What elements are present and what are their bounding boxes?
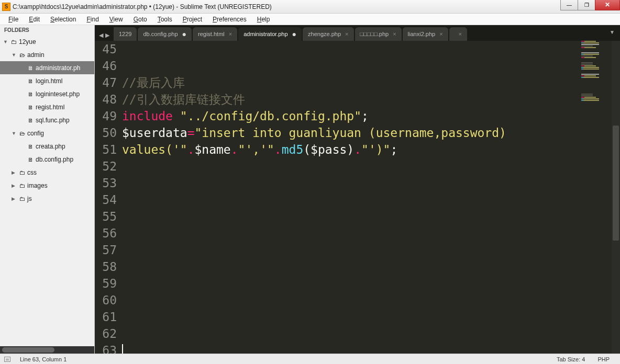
menu-find[interactable]: Find — [81, 15, 104, 24]
tab-administrator.php[interactable]: administrator.php● — [238, 27, 302, 41]
close-tab-icon[interactable]: × — [345, 31, 348, 37]
tab-label: 1229 — [119, 31, 131, 37]
file-creata.php[interactable]: 🗎creata.php — [0, 140, 94, 153]
file-db.config.php[interactable]: 🗎db.config.php — [0, 153, 94, 166]
tree-label: css — [26, 169, 37, 176]
tree-label: creata.php — [35, 143, 65, 150]
menu-help[interactable]: Help — [252, 15, 275, 24]
window-controls — [561, 0, 620, 13]
main-area: FOLDERS ▼🗀12yue▼🗁admin🗎administrator.ph🗎… — [0, 25, 620, 354]
tab-label: □□□□□.php — [360, 31, 389, 37]
window-title: C:\xampp\htdocs\12yue\admin\administrato… — [13, 3, 561, 10]
code-content[interactable]: //最后入库//引入数据库链接文件include "../config/db.c… — [122, 41, 620, 354]
menu-edit[interactable]: Edit — [24, 15, 45, 24]
folder-icon: 🗀 — [18, 169, 26, 176]
folder-images[interactable]: ▶🗀images — [0, 179, 94, 192]
file-sql.func.php[interactable]: 🗎sql.func.php — [0, 113, 94, 127]
panel-icon[interactable] — [4, 357, 10, 362]
menu-preferences[interactable]: Preferences — [207, 15, 252, 24]
folder-icon: 🗀 — [18, 183, 26, 189]
minimap[interactable] — [581, 41, 611, 354]
sidebar: FOLDERS ▼🗀12yue▼🗁admin🗎administrator.ph🗎… — [0, 25, 95, 354]
file-icon: 🗎 — [26, 143, 35, 150]
tree-label: regist.html — [35, 104, 64, 111]
close-tab-icon[interactable]: × — [439, 31, 442, 37]
status-syntax[interactable]: PHP — [591, 356, 616, 362]
menu-goto[interactable]: Goto — [128, 15, 152, 24]
close-tab-icon[interactable]: × — [393, 31, 396, 37]
tab-label: db.config.php — [143, 31, 178, 37]
tab-zhengze.php[interactable]: zhengze.php× — [303, 27, 353, 41]
vertical-scrollbar[interactable] — [612, 41, 620, 354]
tab-prev-icon[interactable]: ◀ — [99, 32, 103, 39]
line-gutter: 45464748495051525354555657585960616263 — [95, 41, 122, 354]
menu-project[interactable]: Project — [178, 15, 207, 24]
tree-label: db.config.php — [35, 156, 73, 163]
sidebar-scrollbar[interactable] — [0, 346, 94, 354]
close-tab-icon[interactable]: × — [459, 31, 462, 37]
folder-css[interactable]: ▶🗀css — [0, 166, 94, 179]
tab-menu-icon[interactable]: ▼ — [610, 29, 615, 35]
minimize-button[interactable] — [560, 0, 578, 10]
status-tab-size[interactable]: Tab Size: 4 — [550, 356, 591, 362]
window-titlebar: S C:\xampp\htdocs\12yue\admin\administra… — [0, 0, 620, 14]
file-icon: 🗎 — [26, 65, 35, 71]
tree-label: config — [26, 130, 44, 137]
tab-next-icon[interactable]: ▶ — [105, 32, 109, 39]
folder-icon: 🗀 — [18, 196, 26, 202]
file-logininteset.php[interactable]: 🗎logininteset.php — [0, 87, 94, 100]
tab-□□□□□.php[interactable]: □□□□□.php× — [355, 27, 402, 41]
tab-label: administrator.php — [243, 31, 287, 37]
code-editor[interactable]: 45464748495051525354555657585960616263 /… — [95, 41, 620, 354]
menu-tools[interactable]: Tools — [152, 15, 178, 24]
tab-label: lianxi2.php — [408, 31, 436, 37]
close-button[interactable] — [595, 0, 620, 10]
status-position[interactable]: Line 63, Column 1 — [14, 356, 73, 362]
menu-selection[interactable]: Selection — [45, 15, 81, 24]
tree-label: images — [26, 182, 48, 189]
file-icon: 🗎 — [26, 78, 35, 84]
editor-area: ◀ ▶ 1229db.config.php●regist.html×admini… — [95, 25, 620, 354]
folder-icon: 🗀 — [9, 39, 18, 45]
tab-nav: ◀ ▶ — [97, 32, 114, 41]
folder-js[interactable]: ▶🗀js — [0, 192, 94, 205]
menu-view[interactable]: View — [104, 15, 128, 24]
tree-label: administrator.ph — [35, 64, 80, 72]
file-administrator.ph[interactable]: 🗎administrator.ph — [0, 61, 94, 74]
folder-open-icon: 🗁 — [18, 52, 26, 58]
maximize-button[interactable] — [578, 0, 595, 10]
tab-db.config.php[interactable]: db.config.php● — [138, 27, 192, 41]
file-icon: 🗎 — [26, 104, 35, 110]
folder-tree[interactable]: ▼🗀12yue▼🗁admin🗎administrator.ph🗎login.ht… — [0, 35, 94, 346]
tab-bar: ◀ ▶ 1229db.config.php●regist.html×admini… — [95, 25, 620, 41]
file-icon: 🗎 — [26, 156, 35, 163]
menu-file[interactable]: File — [3, 15, 24, 24]
tab-untitled[interactable]: × — [449, 27, 467, 41]
close-tab-icon[interactable]: × — [229, 31, 232, 37]
file-login.html[interactable]: 🗎login.html — [0, 74, 94, 87]
sidebar-header: FOLDERS — [0, 25, 94, 35]
tab-label: regist.html — [198, 31, 225, 37]
file-icon: 🗎 — [26, 117, 35, 123]
tab-lianxi2.php[interactable]: lianxi2.php× — [403, 27, 448, 41]
folder-12yue[interactable]: ▼🗀12yue — [0, 35, 94, 48]
file-icon: 🗎 — [26, 91, 35, 97]
tab-regist.html[interactable]: regist.html× — [193, 27, 237, 41]
menubar: FileEditSelectionFindViewGotoToolsProjec… — [0, 14, 620, 25]
tree-label: login.html — [35, 77, 62, 85]
tree-label: sql.func.php — [35, 117, 70, 124]
tab-1229[interactable]: 1229 — [114, 27, 137, 41]
file-regist.html[interactable]: 🗎regist.html — [0, 100, 94, 113]
app-icon: S — [2, 3, 10, 11]
tree-label: 12yue — [18, 38, 36, 46]
tree-label: admin — [26, 51, 45, 59]
folder-admin[interactable]: ▼🗁admin — [0, 48, 94, 61]
folder-open-icon: 🗁 — [18, 130, 26, 136]
tree-label: js — [26, 195, 32, 202]
tree-label: logininteset.php — [35, 90, 80, 98]
tab-label: zhengze.php — [308, 31, 341, 37]
folder-config[interactable]: ▼🗁config — [0, 127, 94, 140]
statusbar: Line 63, Column 1 Tab Size: 4 PHP — [0, 354, 620, 364]
